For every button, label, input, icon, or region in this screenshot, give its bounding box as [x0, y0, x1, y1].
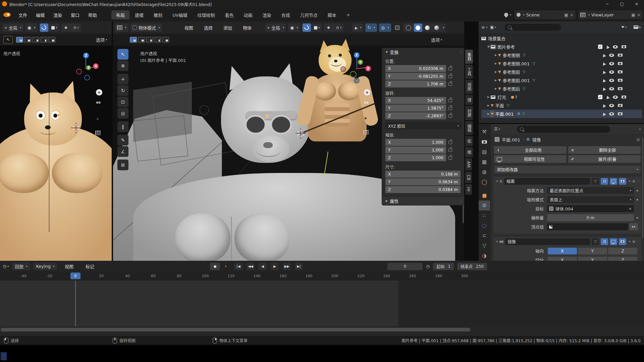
- disclosure-closed-icon[interactable]: ▶: [493, 70, 498, 73]
- disable-render-icon[interactable]: [618, 87, 623, 90]
- scene-stats-icon[interactable]: ▾: [504, 13, 511, 17]
- tab-particles-icon[interactable]: ∷: [479, 210, 490, 221]
- disable-render-icon[interactable]: [622, 45, 626, 48]
- overlays-dropdown[interactable]: ◍▾: [379, 23, 391, 32]
- blender-logo-icon[interactable]: [3, 12, 11, 17]
- left-options-dropdown[interactable]: 选项▾: [96, 37, 107, 43]
- record-options-chevron[interactable]: ▾: [225, 265, 226, 268]
- outliner-display-mode-dropdown[interactable]: ▣▾: [490, 25, 496, 29]
- clear-target-icon[interactable]: ×: [629, 206, 632, 211]
- proportional-falloff-dropdown[interactable]: ∩▾: [72, 23, 80, 32]
- target-object-field[interactable]: 球体.004×: [547, 205, 634, 212]
- expand-collapse-button[interactable]: ↔展开/折叠: [568, 155, 641, 163]
- tab-modeling[interactable]: 建模: [130, 10, 148, 19]
- select-mode-extend[interactable]: [162, 37, 169, 43]
- timeline-range-in[interactable]: [0, 281, 398, 326]
- select-mode-circle[interactable]: [146, 37, 153, 43]
- timeline-range-out[interactable]: [398, 281, 644, 326]
- drag-dots-icon[interactable]: ∷: [460, 51, 462, 54]
- hide-viewport-icon[interactable]: [609, 87, 614, 90]
- disable-render-icon[interactable]: [618, 79, 623, 82]
- properties-options-chevron[interactable]: ▾: [639, 128, 641, 131]
- add-workspace-button[interactable]: +: [342, 10, 355, 19]
- auto-keyframe-record-button[interactable]: ●: [210, 263, 220, 270]
- lock-icon[interactable]: [448, 157, 452, 160]
- selectable-icon[interactable]: [605, 95, 609, 99]
- tab-render-icon[interactable]: [479, 137, 490, 147]
- shading-options-chevron[interactable]: ▾: [443, 26, 444, 29]
- gizmo-y-neg[interactable]: [350, 71, 357, 78]
- drag-dots-icon[interactable]: ∷: [637, 180, 639, 183]
- breadcrumb-object[interactable]: 平面.001: [502, 136, 520, 143]
- tab-object-icon[interactable]: ■: [479, 190, 490, 200]
- hide-viewport-icon[interactable]: [609, 112, 614, 116]
- render-toggle[interactable]: [619, 178, 626, 185]
- tab-physics-icon[interactable]: ◌: [479, 221, 490, 231]
- disclosure-closed-icon[interactable]: ▶: [486, 104, 491, 107]
- disclosure-closed-icon[interactable]: ▶: [493, 54, 498, 57]
- disclosure-closed-icon[interactable]: ▶: [486, 112, 491, 115]
- select-mode-box[interactable]: [138, 37, 145, 43]
- edit-mode-toggle[interactable]: ▽: [592, 178, 599, 185]
- sidebar-tab-cb[interactable]: CB: [465, 172, 472, 183]
- selectable-icon[interactable]: [602, 104, 606, 108]
- delete-all-button[interactable]: ×删除全部: [568, 146, 641, 154]
- mirror-axis-z[interactable]: Z: [608, 248, 637, 254]
- menu-file[interactable]: 文件: [14, 10, 32, 19]
- disclosure-open-icon[interactable]: ▼: [486, 45, 491, 48]
- rotation-mode-dropdown[interactable]: XYZ 欧拉▾: [385, 122, 462, 129]
- sidebar-tab-edit[interactable]: 编辑: [465, 121, 473, 135]
- scene-selector[interactable]: ▾ Scene ▣ ×: [515, 10, 576, 19]
- view-layer-copy-icon[interactable]: ▣: [631, 12, 635, 17]
- properties-editor-type-dropdown[interactable]: ☰▾: [494, 127, 500, 131]
- outliner-editor-type-dropdown[interactable]: ≡▾: [481, 25, 487, 30]
- play-button[interactable]: ▶: [271, 263, 279, 270]
- main-3d-viewport[interactable]: ▾ 物体模式▾ 视图 选择 添加 物体 ⌖全局▾ ◉▾ ▾ ∩▾ ▾ ↻▾ ◍▾…: [113, 21, 464, 261]
- new-collection-button[interactable]: +: [634, 25, 641, 29]
- realtime-toggle[interactable]: [610, 178, 617, 185]
- selectable-icon[interactable]: [602, 70, 606, 74]
- view-layer-selector[interactable]: ▾ ViewLayer ▣ ×: [578, 10, 643, 19]
- object-menu[interactable]: 物体: [238, 23, 256, 32]
- tab-geometry-nodes[interactable]: 几何节点: [296, 10, 322, 19]
- sidebar-tab-eye[interactable]: 眼: [465, 147, 473, 157]
- view-visibility-button[interactable]: 视图可见性: [494, 155, 567, 163]
- location-x-field[interactable]: X0.020306 m: [385, 65, 446, 72]
- realtime-toggle[interactable]: [610, 238, 617, 245]
- grid-ortho-icon[interactable]: [363, 130, 369, 134]
- collection-checkbox[interactable]: ✓: [598, 45, 602, 49]
- proportional-falloff-dropdown[interactable]: ∩▾: [334, 23, 343, 32]
- zoom-icon[interactable]: +: [364, 89, 370, 96]
- disable-render-icon[interactable]: [618, 54, 623, 57]
- tab-shading[interactable]: 着色: [220, 10, 238, 19]
- minimize-button[interactable]: ─: [600, 0, 614, 8]
- outliner-row-object[interactable]: ▶▼参考图前.001▽: [481, 76, 644, 84]
- disclosure-closed-icon[interactable]: ▶: [493, 79, 498, 82]
- selectable-icon[interactable]: [602, 53, 606, 57]
- tab-rendering[interactable]: 渲染: [258, 10, 276, 19]
- shading-solid[interactable]: [414, 23, 422, 32]
- tab-tool-icon[interactable]: ⚒: [479, 127, 490, 137]
- left-viewport-canvas[interactable]: 用户透视 Z X Y +: [0, 46, 112, 261]
- hide-viewport-icon[interactable]: [609, 62, 614, 65]
- gizmo-z-axis[interactable]: Z: [83, 53, 89, 58]
- transform-tool[interactable]: ◎: [117, 108, 128, 119]
- scene-copy-icon[interactable]: ▣: [564, 12, 568, 17]
- tab-modifiers-icon[interactable]: ⚙: [479, 200, 490, 210]
- menu-window[interactable]: 窗口: [66, 10, 84, 19]
- close-modifier-icon[interactable]: ×: [632, 239, 636, 244]
- select-menu[interactable]: 选择: [200, 23, 217, 32]
- disclosure-closed-icon[interactable]: ▶: [486, 96, 491, 99]
- view-layer-remove-icon[interactable]: ×: [637, 12, 641, 17]
- invert-vertex-group-button[interactable]: ↔: [629, 223, 638, 230]
- lock-icon[interactable]: [448, 75, 452, 78]
- gizmo-z-axis[interactable]: Z: [354, 52, 360, 58]
- playback-menu[interactable]: 回放▾: [12, 262, 30, 270]
- outliner-row-object[interactable]: ▶▼参考图后▽: [481, 84, 644, 93]
- sidebar-tab-hr[interactable]: Hr: [465, 184, 472, 195]
- sidebar-tab-topo[interactable]: 拓: [465, 136, 473, 146]
- annotate-tool[interactable]: ✎: [117, 135, 128, 145]
- prev-keyframe-button[interactable]: ◀◀: [247, 263, 255, 270]
- add-modifier-dropdown[interactable]: 添加修改器▾: [494, 166, 641, 173]
- scene-unlink-icon[interactable]: ×: [570, 12, 574, 17]
